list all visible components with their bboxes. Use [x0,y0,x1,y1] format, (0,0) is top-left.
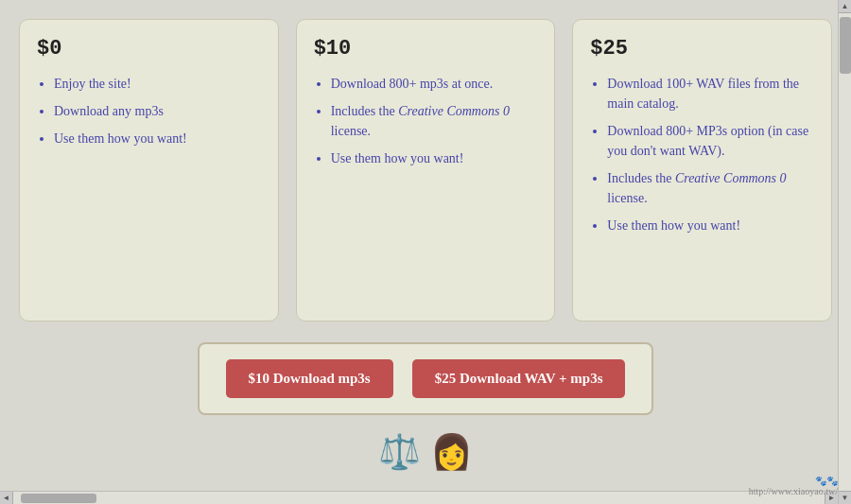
card-free-price: $0 [37,37,261,61]
hscroll-left-button[interactable]: ◄ [0,492,13,505]
main-content: $0 Enjoy the site! Download any mp3s Use… [0,0,851,472]
scroll-up-button[interactable]: ▲ [839,0,852,13]
vertical-scrollbar: ▲ ▼ [838,0,851,504]
watermark-text: 🐾🐾 [749,476,838,486]
list-item: Download 800+ mp3s at once. [331,74,538,94]
card-ten-list: Download 800+ mp3s at once. Includes the… [314,74,538,168]
card-ten-price: $10 [314,37,538,61]
card-ten: $10 Download 800+ mp3s at once. Includes… [296,19,556,322]
scroll-down-button[interactable]: ▼ [839,491,852,504]
buttons-row: $10 Download mp3s $25 Download WAV + mp3… [198,342,654,415]
list-item: Download 800+ MP3s option (in case you d… [607,121,814,161]
list-item: Enjoy the site! [54,74,261,94]
download-wav-mp3s-button[interactable]: $25 Download WAV + mp3s [412,359,626,398]
card-twentyfive-price: $25 [590,37,814,61]
cards-row: $0 Enjoy the site! Download any mp3s Use… [19,19,832,322]
card-twentyfive-list: Download 100+ WAV files from the main ca… [590,74,814,235]
icons-row: ⚖️ 👩 [378,432,473,472]
list-item: Use them how you want! [331,148,538,168]
hscroll-thumb[interactable] [21,494,96,503]
person-icon: 👩 [430,432,473,472]
list-item: Includes the Creative Commons 0 license. [331,101,538,141]
watermark: 🐾🐾 http://www.xiaoyao.tw/ [749,476,838,496]
card-free: $0 Enjoy the site! Download any mp3s Use… [19,19,279,322]
list-item: Download 100+ WAV files from the main ca… [607,74,814,113]
scroll-thumb[interactable] [840,17,851,74]
card-free-list: Enjoy the site! Download any mp3s Use th… [37,74,261,148]
list-item: Includes the Creative Commons 0 license. [607,168,814,208]
list-item: Use them how you want! [54,129,261,148]
list-item: Download any mp3s [54,101,261,121]
card-twentyfive: $25 Download 100+ WAV files from the mai… [572,19,832,322]
list-item: Use them how you want! [607,216,814,235]
horizontal-scrollbar: ◄ ► [0,491,838,504]
scales-icon: ⚖️ [378,432,421,472]
watermark-url: http://www.xiaoyao.tw/ [749,486,838,496]
download-mp3s-button[interactable]: $10 Download mp3s [226,359,393,398]
